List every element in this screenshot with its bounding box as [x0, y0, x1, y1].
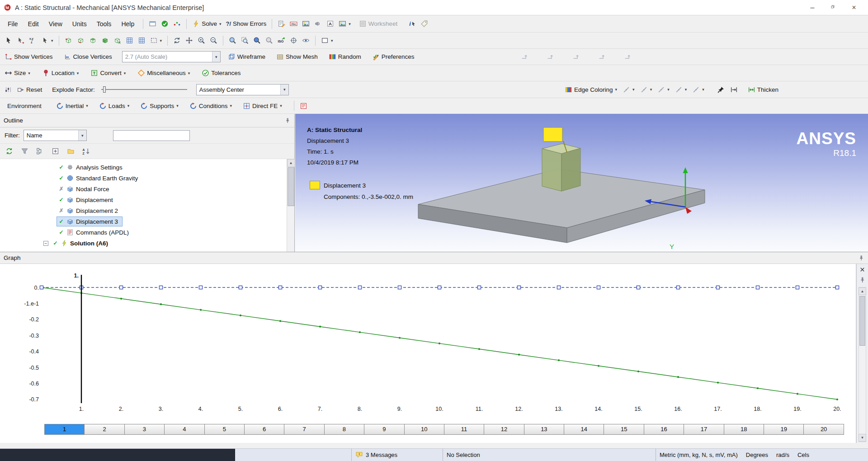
result-step-20[interactable]: 20 [803, 424, 844, 435]
select-elements-button[interactable] [136, 36, 147, 45]
tree-item-displacement[interactable]: ✓Displacement [0, 194, 287, 205]
chevron-down-icon[interactable]: ▾ [650, 87, 652, 92]
tolerances-button[interactable]: Tolerances [200, 68, 242, 78]
rescale-button[interactable] [288, 36, 299, 45]
menu-edit[interactable]: Edit [23, 15, 44, 32]
chevron-down-icon[interactable]: ▾ [632, 87, 635, 92]
loads-menu[interactable]: Loads▾ [97, 101, 131, 111]
result-step-17[interactable]: 17 [684, 424, 724, 435]
select-vertices-button[interactable] [63, 36, 74, 45]
explode-factor-slider[interactable] [101, 85, 187, 94]
graph-scroll-down-icon[interactable]: ▼ [859, 434, 866, 442]
show-vertices-button[interactable]: Show Vertices [3, 52, 55, 61]
edge-coloring-menu[interactable]: Edge Coloring▾ [563, 85, 619, 94]
tree-item-solution-a6[interactable]: −✓Solution (A6) [0, 238, 287, 249]
chevron-down-icon[interactable]: ▾ [86, 103, 88, 108]
selection-information-button[interactable]: i [406, 19, 418, 28]
restore-button[interactable] [823, 0, 844, 15]
remote-solve-button[interactable] [171, 19, 183, 28]
graph-pin-icon[interactable] [858, 255, 864, 261]
result-step-11[interactable]: 11 [444, 424, 484, 435]
zoom-all-button[interactable] [251, 36, 263, 45]
menu-help[interactable]: Help [116, 15, 139, 32]
result-step-12[interactable]: 12 [484, 424, 524, 435]
chevron-down-icon[interactable]: ▾ [51, 38, 53, 43]
image-capture-button[interactable]: ▾ [337, 19, 353, 28]
solve-button[interactable]: Solve ▾ [190, 19, 223, 28]
filter-input[interactable] [113, 130, 190, 141]
zoom-out-button[interactable] [208, 36, 219, 45]
result-step-9[interactable]: 9 [364, 424, 404, 435]
edge-direction-option-2[interactable]: ▾ [638, 85, 654, 94]
result-step-3[interactable]: 3 [124, 424, 165, 435]
result-step-15[interactable]: 15 [604, 424, 644, 435]
chevron-down-icon[interactable]: ▾ [188, 71, 190, 75]
tag-button[interactable] [419, 19, 430, 28]
result-step-5[interactable]: 5 [204, 424, 245, 435]
graph-scroll-thumb[interactable] [859, 296, 865, 346]
thicken-button[interactable]: Thicken [746, 85, 780, 94]
graph-close-icon[interactable] [859, 266, 866, 273]
graph-dock-pin-icon[interactable] [859, 277, 866, 283]
chevron-down-icon[interactable]: ▾ [331, 38, 333, 43]
pick-coordinates-button[interactable]: x,yz [27, 36, 38, 45]
new-figure-button[interactable] [276, 19, 287, 28]
result-step-4[interactable]: 4 [164, 424, 204, 435]
supports-menu[interactable]: Supports▾ [138, 101, 180, 111]
result-step-2[interactable]: 2 [84, 424, 124, 435]
pick-mode-button[interactable] [3, 36, 14, 45]
tree-item-nodal-force[interactable]: ✗Nodal Force [0, 183, 287, 194]
units-status[interactable]: Metric (mm, kg, N, s, mV, mA) Degrees ra… [656, 449, 868, 461]
pan-button[interactable] [184, 36, 195, 45]
close-button[interactable]: × [844, 0, 864, 15]
slider-thumb[interactable] [103, 86, 106, 93]
messages-status[interactable]: i 3 Messages [352, 449, 443, 461]
result-step-6[interactable]: 6 [244, 424, 284, 435]
edge-option-button-2[interactable] [545, 52, 556, 61]
chevron-down-icon[interactable]: ▾ [160, 38, 162, 43]
result-step-10[interactable]: 10 [404, 424, 444, 435]
edge-direction-option-3[interactable]: ▾ [656, 85, 671, 94]
viewports-button[interactable]: ▾ [319, 36, 335, 45]
image-button[interactable] [300, 19, 311, 28]
object-generator-button[interactable] [147, 19, 158, 28]
menu-view[interactable]: View [44, 15, 67, 32]
combo-arrow-icon[interactable]: ▾ [280, 85, 288, 95]
chevron-down-icon[interactable]: ▾ [176, 103, 179, 108]
menu-tools[interactable]: Tools [92, 15, 117, 32]
inertial-menu[interactable]: Inertial▾ [54, 101, 90, 111]
result-step-18[interactable]: 18 [724, 424, 764, 435]
result-step-13[interactable]: 13 [524, 424, 564, 435]
conditions-menu[interactable]: Conditions▾ [188, 101, 234, 111]
filter-type-combo[interactable]: Name▾ [24, 130, 87, 141]
pick-direction-button[interactable] [15, 36, 26, 45]
menu-units[interactable]: Units [67, 15, 92, 32]
chevron-down-icon[interactable]: ▾ [685, 87, 687, 92]
location-menu[interactable]: Location▾ [40, 68, 81, 78]
solve-dropdown-icon[interactable]: ▾ [219, 22, 222, 26]
commands-button[interactable] [298, 101, 309, 111]
expand-all-button[interactable] [52, 147, 59, 155]
tree-collapse-icon[interactable]: − [43, 241, 48, 246]
chevron-down-icon[interactable]: ▾ [667, 87, 670, 92]
edge-width-button[interactable] [728, 85, 740, 94]
select-bodies-button[interactable] [99, 36, 111, 45]
result-step-14[interactable]: 14 [564, 424, 604, 435]
edge-option-button-4[interactable] [596, 52, 608, 61]
chevron-down-icon[interactable]: ▾ [615, 87, 618, 92]
miscellaneous-menu[interactable]: Miscellaneous▾ [136, 68, 192, 78]
random-colors-button[interactable]: Random [327, 52, 363, 61]
result-step-19[interactable]: 19 [764, 424, 804, 435]
explode-slider-button[interactable] [3, 85, 14, 94]
outline-scrollbar[interactable]: ▲ [287, 159, 294, 252]
tree-item-displacement-3[interactable]: ✓Displacement 3 [0, 216, 287, 227]
graph-scroll-up-icon[interactable]: ▲ [859, 287, 866, 295]
result-step-7[interactable]: 7 [284, 424, 324, 435]
chevron-down-icon[interactable]: ▾ [28, 71, 30, 75]
tree-item-commands-apdl[interactable]: ✓Commands (APDL) [0, 227, 287, 238]
edge-direction-option-4[interactable]: ▾ [673, 85, 689, 94]
close-vertices-button[interactable]: Close Vertices [62, 52, 114, 61]
extend-selection-button[interactable] [112, 36, 123, 45]
timeline-chart[interactable]: 0.-1.e-1-0.2-0.3-0.4-0.5-0.6-0.71.2.3.4.… [0, 264, 854, 415]
tree-item-analysis-settings[interactable]: ✓Analysis Settings [0, 162, 287, 173]
